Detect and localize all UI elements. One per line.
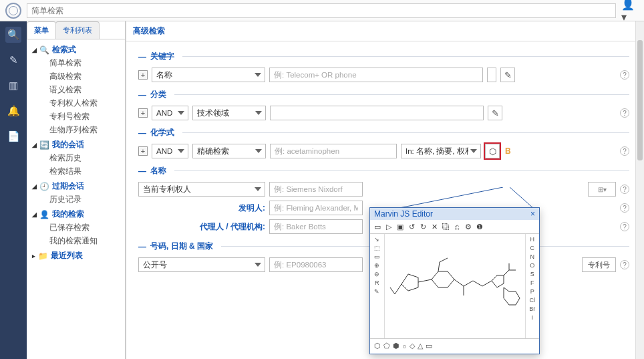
tree-group-search[interactable]: ◢🔍检索式 <box>32 43 122 56</box>
tree-group-session[interactable]: ◢🔄我的会话 <box>32 138 122 151</box>
tree-group-expired[interactable]: ◢🕘过期会话 <box>32 180 122 193</box>
pubno-input[interactable] <box>269 257 363 272</box>
editor-tool[interactable]: ✎ <box>374 288 379 295</box>
global-search-input[interactable] <box>27 3 616 18</box>
help-icon[interactable]: ? <box>620 203 629 213</box>
highlight-button[interactable]: ✎ <box>488 106 502 120</box>
nav-edit-icon[interactable]: ✎ <box>5 52 21 68</box>
editor-tool[interactable]: ↘ <box>374 236 379 243</box>
add-row-button[interactable]: + <box>138 70 148 80</box>
tab-menu[interactable]: 菜单 <box>27 21 56 39</box>
tree-item[interactable]: 简单检索 <box>32 56 122 70</box>
shape-tool[interactable]: ⬢ <box>393 342 399 350</box>
tree-group-mysearch[interactable]: ◢👤我的检索 <box>32 208 122 221</box>
editor-tool[interactable]: ⊖ <box>374 271 379 277</box>
editor-tool[interactable]: ⊕ <box>374 262 379 269</box>
nav-search-icon[interactable]: 🔍 <box>5 27 21 43</box>
tree-item[interactable]: 我的检索通知 <box>32 234 122 247</box>
editor-tool[interactable]: ▷ <box>384 222 393 231</box>
vertical-scrollbar[interactable] <box>635 21 644 359</box>
section-chem: 化学式 <box>150 127 174 138</box>
search-icon: 🔍 <box>39 45 49 55</box>
editor-tool[interactable]: ❶ <box>475 222 484 231</box>
tree-item[interactable]: 专利权人检索 <box>32 96 122 110</box>
editor-tool[interactable]: ↻ <box>418 222 428 231</box>
editor-tool[interactable]: R <box>375 279 379 286</box>
editor-tool[interactable]: ▭ <box>374 253 380 260</box>
pubno-select[interactable]: 公开号 <box>138 257 265 272</box>
element-f[interactable]: F <box>530 279 534 286</box>
element-p[interactable]: P <box>530 288 534 295</box>
editor-tool[interactable]: ▭ <box>373 222 382 231</box>
shape-tool[interactable]: △ <box>418 342 423 350</box>
help-icon[interactable]: ? <box>620 70 629 80</box>
class-input[interactable] <box>270 106 484 120</box>
toggle-icon[interactable] <box>487 68 496 82</box>
element-s[interactable]: S <box>530 271 534 277</box>
help-icon[interactable]: ? <box>620 108 629 118</box>
chem-mode-select[interactable]: 精确检索 <box>192 144 266 158</box>
shape-tool[interactable]: ⬡ <box>374 342 381 350</box>
editor-tool[interactable]: ⬚ <box>374 245 380 251</box>
editor-tool[interactable]: ⎌ <box>452 222 462 231</box>
agent-input[interactable] <box>269 219 363 234</box>
element-i[interactable]: I <box>531 314 533 321</box>
highlight-button[interactable]: ✎ <box>500 68 515 82</box>
chem-scope-select[interactable]: In: 名称, 摘要, 权利要求 <box>401 144 481 158</box>
svg-marker-6 <box>432 271 454 287</box>
help-icon[interactable]: ? <box>620 185 629 194</box>
element-o[interactable]: O <box>530 262 534 269</box>
element-br[interactable]: Br <box>529 306 535 312</box>
tree-item[interactable]: 生物序列检索 <box>32 123 122 136</box>
structure-editor-button[interactable]: ⬡ <box>485 144 500 158</box>
help-icon[interactable]: ? <box>620 260 629 269</box>
chem-input[interactable] <box>270 144 397 158</box>
class-field-select[interactable]: 技术领域 <box>192 106 266 120</box>
editor-close-icon[interactable]: × <box>530 209 535 219</box>
nav-chart-icon[interactable]: ▥ <box>5 78 21 94</box>
add-row-button[interactable]: + <box>138 146 148 156</box>
shape-tool[interactable]: ▭ <box>426 342 432 350</box>
element-cl[interactable]: Cl <box>530 297 536 304</box>
tree-group-recent[interactable]: ▸📁最近列表 <box>32 249 122 262</box>
editor-tool[interactable]: ↺ <box>407 222 416 231</box>
user-icon: 👤 <box>39 210 49 219</box>
editor-tool[interactable]: ▣ <box>395 222 405 231</box>
shape-tool[interactable]: ◇ <box>410 342 415 350</box>
owner-input[interactable] <box>269 182 363 197</box>
svg-line-8 <box>440 258 448 262</box>
shape-tool[interactable]: ⬠ <box>383 342 390 350</box>
shape-tool[interactable]: ○ <box>402 342 407 350</box>
tree-item[interactable]: 已保存检索 <box>32 221 122 234</box>
element-h[interactable]: H <box>530 236 535 243</box>
patent-number-button[interactable]: 专利号 <box>582 257 616 272</box>
bool-select[interactable]: AND <box>152 144 188 158</box>
tab-patent-list[interactable]: 专利列表 <box>55 21 100 39</box>
user-menu-icon[interactable]: 👤▾ <box>621 2 639 19</box>
keyword-field-select[interactable]: 名称 <box>152 68 265 82</box>
nav-pdf-icon[interactable]: 📄 <box>5 128 21 144</box>
folder-icon: 📁 <box>38 251 48 261</box>
help-icon[interactable]: ? <box>620 222 629 231</box>
tree-item[interactable]: 高级检索 <box>32 70 122 83</box>
tree-item[interactable]: 检索历史 <box>32 151 122 164</box>
lookup-button[interactable]: ⊞▾ <box>588 182 616 197</box>
owner-select[interactable]: 当前专利权人 <box>138 182 265 197</box>
help-icon[interactable]: ? <box>620 146 629 156</box>
tree-item[interactable]: 历史记录 <box>32 193 122 206</box>
inventor-input[interactable] <box>269 201 363 215</box>
tree-item[interactable]: 专利号检索 <box>32 110 122 123</box>
add-row-button[interactable]: + <box>138 108 148 118</box>
editor-tool[interactable]: ✕ <box>430 222 439 231</box>
element-c[interactable]: C <box>530 245 535 251</box>
tree-item[interactable]: 语义检索 <box>32 83 122 96</box>
nav-alert-icon[interactable]: 🔔 <box>5 103 21 119</box>
tree-item[interactable]: 检索结果 <box>32 164 122 178</box>
bool-select[interactable]: AND <box>152 106 188 120</box>
app-logo <box>5 3 21 19</box>
editor-canvas[interactable] <box>384 234 526 338</box>
editor-tool[interactable]: ⚙ <box>464 222 473 231</box>
editor-tool[interactable]: ⿻ <box>441 222 450 231</box>
keyword-input[interactable] <box>269 68 483 82</box>
element-n[interactable]: N <box>530 253 535 260</box>
